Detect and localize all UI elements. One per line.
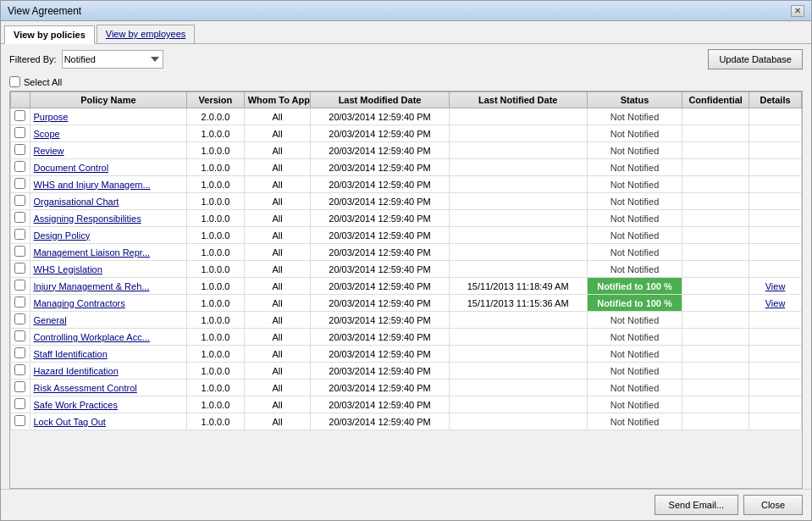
row-checkbox[interactable] (14, 127, 25, 138)
policy-name-link[interactable]: Purpose (34, 112, 69, 122)
tab-by-employees[interactable]: View by employees (97, 25, 196, 43)
row-checkbox[interactable] (14, 330, 25, 341)
whom-cell: All (244, 278, 311, 295)
last-notified-cell (449, 396, 587, 413)
update-database-button[interactable]: Update Database (708, 49, 803, 69)
row-checkbox[interactable] (14, 381, 25, 392)
last-modified-cell: 20/03/2014 12:59:40 PM (311, 329, 449, 346)
whom-cell: All (244, 176, 311, 193)
policy-name-cell: Risk Assessment Control (30, 380, 187, 396)
row-checkbox[interactable] (14, 398, 25, 409)
policy-name-link[interactable]: Document Control (34, 163, 109, 173)
version-cell: 1.0.0.0 (187, 210, 245, 227)
policy-name-link[interactable]: Lock Out Tag Out (34, 417, 106, 427)
last-modified-cell: 20/03/2014 12:59:40 PM (311, 108, 449, 125)
row-checkbox[interactable] (14, 195, 25, 206)
policy-name-link[interactable]: Management Liaison Repr... (34, 247, 151, 258)
policy-name-link[interactable]: Injury Management & Reh... (34, 281, 150, 291)
version-cell: 1.0.0.0 (187, 227, 245, 244)
table-scroll-area[interactable]: Policy Name Version Whom To Apply Last M… (10, 91, 802, 488)
policy-name-cell: Organisational Chart (30, 193, 187, 210)
col-header-policy-name: Policy Name (30, 92, 187, 108)
confidential-cell (682, 244, 749, 261)
confidential-cell (682, 176, 749, 193)
policy-name-cell: Safe Work Practices (30, 396, 187, 413)
row-checkbox[interactable] (14, 313, 25, 324)
policy-name-link[interactable]: WHS and Injury Managem... (34, 180, 151, 190)
confidential-cell (682, 396, 749, 413)
confidential-cell (682, 295, 749, 312)
confidential-cell (682, 346, 749, 363)
last-modified-cell: 20/03/2014 12:59:40 PM (311, 380, 449, 396)
confidential-cell (682, 363, 749, 380)
row-checkbox[interactable] (14, 280, 25, 291)
row-checkbox[interactable] (14, 246, 25, 257)
status-cell: Not Notified (587, 363, 682, 380)
row-checkbox[interactable] (14, 297, 25, 308)
row-checkbox[interactable] (14, 229, 25, 240)
version-cell: 1.0.0.0 (187, 295, 245, 312)
whom-cell: All (244, 396, 311, 413)
policy-name-link[interactable]: General (34, 315, 67, 325)
row-checkbox-cell (11, 295, 30, 312)
status-cell: Not Notified (587, 346, 682, 363)
last-modified-cell: 20/03/2014 12:59:40 PM (311, 312, 449, 329)
policy-name-link[interactable]: Assigning Responsibilities (34, 213, 141, 224)
status-cell: Not Notified (587, 142, 682, 159)
policy-name-link[interactable]: Controlling Workplace Acc... (34, 332, 150, 342)
row-checkbox-cell (11, 210, 30, 227)
last-modified-cell: 20/03/2014 12:59:40 PM (311, 227, 449, 244)
details-cell (749, 261, 802, 278)
details-view-link[interactable]: View (765, 281, 786, 291)
filter-select[interactable]: Notified Not Notified All (62, 50, 163, 69)
table-row: Scope1.0.0.0All20/03/2014 12:59:40 PMNot… (11, 125, 802, 142)
table-row: Lock Out Tag Out1.0.0.0All20/03/2014 12:… (11, 413, 802, 430)
details-cell (749, 210, 802, 227)
details-cell: View (749, 295, 802, 312)
version-cell: 1.0.0.0 (187, 413, 245, 430)
col-header-details: Details (749, 92, 802, 108)
row-checkbox[interactable] (14, 347, 25, 358)
confidential-cell (682, 193, 749, 210)
policy-name-link[interactable]: Hazard Identification (34, 366, 119, 376)
row-checkbox[interactable] (14, 144, 25, 155)
policy-name-cell: Design Policy (30, 227, 187, 244)
table-row: Injury Management & Reh...1.0.0.0All20/0… (11, 278, 802, 295)
row-checkbox[interactable] (14, 178, 25, 189)
select-all-label: Select All (24, 77, 62, 87)
row-checkbox[interactable] (14, 415, 25, 426)
policy-name-link[interactable]: Scope (34, 129, 60, 139)
policy-name-link[interactable]: Design Policy (34, 230, 91, 241)
policy-name-link[interactable]: Risk Assessment Control (34, 383, 137, 393)
policy-name-link[interactable]: Safe Work Practices (34, 400, 118, 410)
table-row: Purpose2.0.0.0All20/03/2014 12:59:40 PMN… (11, 108, 802, 125)
details-cell (749, 396, 802, 413)
whom-cell: All (244, 363, 311, 380)
tab-by-policies[interactable]: View by policies (4, 25, 95, 44)
status-cell: Not Notified (587, 193, 682, 210)
last-notified-cell (449, 329, 587, 346)
row-checkbox[interactable] (14, 110, 25, 121)
row-checkbox[interactable] (14, 263, 25, 274)
policy-name-link[interactable]: Staff Identification (34, 349, 108, 359)
version-cell: 2.0.0.0 (187, 108, 245, 125)
policy-name-link[interactable]: WHS Legislation (34, 264, 102, 274)
details-view-link[interactable]: View (765, 298, 786, 308)
col-header-last-notified: Last Notified Date (449, 92, 587, 108)
row-checkbox-cell (11, 396, 30, 413)
policy-name-link[interactable]: Managing Contractors (34, 298, 125, 308)
close-window-button[interactable]: ✕ (791, 5, 804, 17)
row-checkbox-cell (11, 125, 30, 142)
send-email-button[interactable]: Send Email... (655, 495, 738, 515)
policy-name-cell: WHS Legislation (30, 261, 187, 278)
row-checkbox[interactable] (14, 161, 25, 172)
close-button[interactable]: Close (743, 495, 803, 515)
status-cell: Not Notified (587, 176, 682, 193)
row-checkbox[interactable] (14, 212, 25, 223)
status-cell: Not Notified (587, 244, 682, 261)
col-header-version: Version (187, 92, 245, 108)
policy-name-link[interactable]: Review (34, 146, 64, 156)
policy-name-link[interactable]: Organisational Chart (34, 197, 119, 207)
select-all-checkbox[interactable] (9, 76, 20, 87)
row-checkbox[interactable] (14, 364, 25, 375)
